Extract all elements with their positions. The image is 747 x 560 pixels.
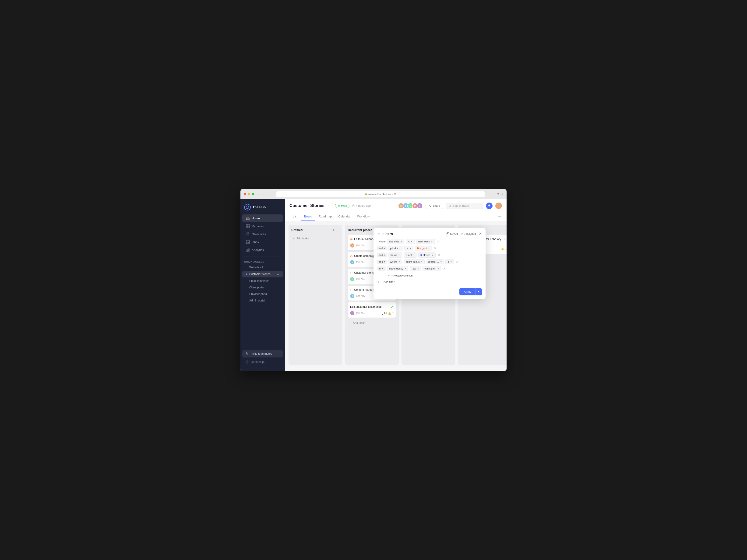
search-bar[interactable]: Search tasks: [446, 203, 483, 209]
add-filter-button[interactable]: ＋ + Add filter: [377, 279, 482, 285]
connector-arrow4: ▼: [382, 268, 384, 270]
filter-field-status[interactable]: status ▼: [388, 252, 402, 258]
urgent-dot-icon: [417, 247, 419, 249]
filter-op-has[interactable]: has ▼: [410, 266, 421, 271]
nav-item-inbox[interactable]: Inbox: [242, 238, 283, 246]
avatar-5: E: [417, 203, 423, 209]
filter-op-greater[interactable]: greater… ▼: [426, 259, 444, 264]
assigned-button[interactable]: Assigned: [461, 232, 476, 235]
tab-list[interactable]: List: [289, 212, 301, 221]
filter-value-nextweek[interactable]: next week ▼: [416, 239, 435, 244]
filter-op-isnot[interactable]: is not ▼: [404, 252, 417, 258]
close-button[interactable]: [244, 193, 246, 195]
address-bar[interactable]: 🔒 www.tedbreehub.com ↺: [276, 191, 485, 197]
nested-condition-button[interactable]: ＋ + Nested condition: [377, 273, 482, 278]
connector-and-3[interactable]: and ▼: [377, 260, 387, 264]
inbox-icon: [246, 240, 250, 244]
back-button[interactable]: ‹: [257, 192, 260, 196]
filter-field-dependency[interactable]: dependency ▼: [387, 266, 408, 271]
tab-workflow[interactable]: Workflow: [354, 212, 373, 221]
task-title-testimonial: Edit customer testimonial ✓: [350, 305, 393, 310]
sidebar-item-website[interactable]: Website v1.: [242, 264, 283, 270]
apply-dropdown-icon[interactable]: ▾: [475, 288, 482, 295]
user-avatar[interactable]: [495, 203, 502, 209]
filter-value-urgent[interactable]: urgent ▼: [415, 246, 432, 251]
add-tasks-button-untitled[interactable]: ＋ Add tasks: [291, 235, 339, 242]
filter-field-sprintpoints[interactable]: sprint points ▼: [404, 259, 424, 264]
new-tab-button[interactable]: +: [501, 192, 503, 196]
share-browser-button[interactable]: ⬆: [497, 192, 499, 196]
filter-remove-2[interactable]: ✕: [433, 246, 437, 250]
add-button[interactable]: +: [486, 203, 493, 209]
project-more-button[interactable]: ···: [327, 203, 332, 208]
filter-remove-5[interactable]: ✕: [443, 267, 446, 270]
nav-item-analytics[interactable]: Analytics: [242, 246, 283, 254]
analytics-icon: [246, 248, 250, 252]
nav-label-objectives: Objectives: [252, 232, 266, 236]
filter-field-duedate[interactable]: due date ▼: [387, 239, 404, 244]
minimize-button[interactable]: [248, 193, 250, 195]
nav-item-objectives[interactable]: Objectives: [242, 230, 283, 238]
column-add-button[interactable]: +: [332, 228, 335, 232]
task-card-testimonial[interactable]: Edit customer testimonial ✓ E 16th Nov. …: [348, 302, 396, 318]
filter-subwhere[interactable]: where ▼: [388, 259, 402, 264]
nav-item-home[interactable]: Home: [242, 214, 283, 222]
connector-or[interactable]: or ▼: [377, 266, 386, 271]
svg-point-13: [429, 205, 430, 206]
sidebar-item-clientportal[interactable]: Client portal: [242, 285, 283, 291]
sidebar-item-customerstories[interactable]: Customer stories ···: [242, 271, 283, 277]
svg-point-14: [431, 206, 431, 207]
column-more-btn-done[interactable]: ···: [505, 228, 507, 232]
forward-button[interactable]: ›: [261, 192, 264, 196]
dropdown-arrow12: ▼: [440, 261, 442, 263]
dropdown-arrow7: ▼: [398, 254, 400, 256]
qa-label-website: Website v1.: [249, 266, 264, 269]
sidebar-item-emailtemplates[interactable]: Email templates: [242, 278, 283, 284]
connector-and-2[interactable]: and ▼: [377, 253, 387, 257]
check-icon-testimonial: ✓: [391, 305, 393, 310]
maximize-button[interactable]: [252, 193, 254, 195]
svg-rect-4: [246, 240, 250, 244]
apply-button[interactable]: Apply ▾: [459, 288, 482, 295]
filter-remove-3[interactable]: ✕: [437, 253, 441, 257]
browser-chrome: ‹ › 🔒 www.tedbreehub.com ↺ ⬆ +: [240, 189, 507, 199]
invite-teammates-button[interactable]: Invite teammates: [242, 350, 283, 357]
filter-remove-4[interactable]: ✕: [456, 260, 459, 264]
nav-item-mytasks[interactable]: My tasks: [242, 222, 283, 230]
filter-op-is-1[interactable]: is ▼: [406, 239, 415, 244]
dropdown-arrow8: ▼: [413, 254, 415, 256]
dropdown-arrow16: ▼: [437, 268, 439, 270]
filter-value-closed[interactable]: closed ▼: [418, 252, 436, 258]
add-tasks-button-recurrent[interactable]: ＋ Add tasks: [348, 319, 396, 326]
share-button[interactable]: Share: [426, 203, 443, 209]
nav-arrows: ‹ ›: [257, 192, 264, 196]
column-add-btn-done[interactable]: +: [501, 228, 504, 232]
help-item[interactable]: Need help?: [242, 358, 283, 365]
tabs-more-icon[interactable]: ···: [497, 212, 502, 221]
comment-count-t: 4: [386, 312, 387, 315]
filter-value-waitingon[interactable]: waiting on ▼: [422, 266, 441, 271]
filter-remove-1[interactable]: ✕: [436, 240, 440, 243]
sidebar-item-adminportal[interactable]: Admin portal: [242, 297, 283, 303]
reload-button[interactable]: ↺: [394, 192, 396, 196]
column-untitled: Untitled + ··· ＋ Add tasks: [288, 225, 342, 365]
column-more-button[interactable]: ···: [336, 228, 339, 232]
dropdown-arrow2: ▼: [411, 241, 413, 243]
column-title-recurrent: Recurrent pieces: [348, 228, 372, 232]
sidebar-item-providerportal[interactable]: Provider portal: [242, 291, 283, 297]
qa-more-icon[interactable]: ···: [276, 272, 279, 276]
status-badge[interactable]: on track: [335, 204, 349, 208]
filter-op-is-2[interactable]: is ▼: [404, 246, 413, 251]
qa-label-clientportal: Client portal: [249, 286, 264, 289]
modal-close-button[interactable]: ✕: [479, 232, 482, 236]
filter-value-3[interactable]: 3 ▼: [445, 259, 454, 264]
tab-board[interactable]: Board: [301, 212, 315, 221]
filter-field-priority[interactable]: priority ▼: [388, 246, 403, 251]
connector-and-1[interactable]: and ▼: [377, 246, 387, 250]
saved-button[interactable]: Saved: [446, 232, 458, 235]
tab-roadmap[interactable]: Roadmap: [315, 212, 335, 221]
qa-label-providerportal: Provider portal: [249, 292, 267, 296]
tab-calendar[interactable]: Calendar: [335, 212, 354, 221]
task-meta-testimonial: E 16th Nov. 💬 4 🔔 7: [350, 311, 393, 315]
nav-label-home: Home: [252, 216, 260, 220]
